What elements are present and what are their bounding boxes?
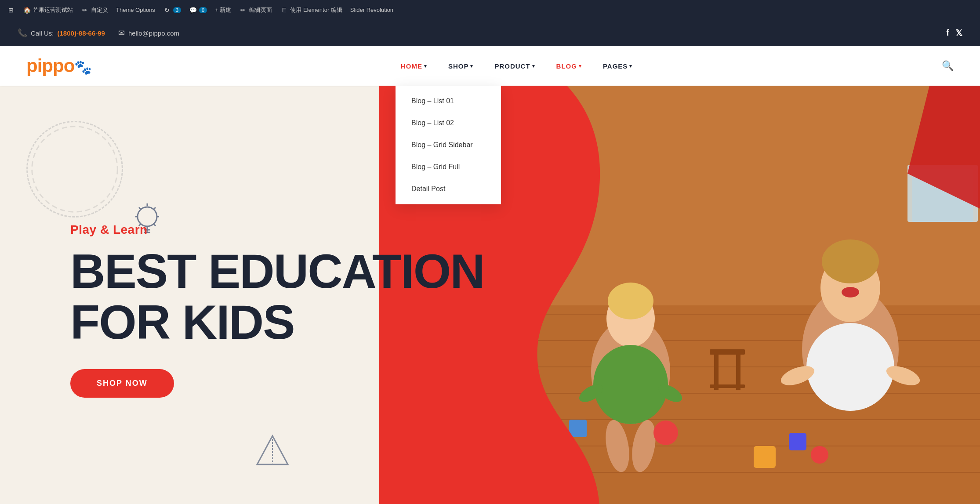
theme-options-item[interactable]: Theme Options (116, 7, 155, 13)
svg-point-36 (806, 323, 894, 411)
nav-link-shop[interactable]: SHOP ▾ (448, 62, 474, 70)
hero-title: BEST EDUCATION FOR KIDS (70, 246, 539, 347)
svg-rect-46 (710, 349, 745, 355)
svg-rect-40 (754, 446, 776, 468)
svg-point-31 (653, 421, 678, 445)
detail-post-link[interactable]: Detail Post (396, 178, 501, 200)
wp-logo-item[interactable]: ⊞ (7, 6, 15, 14)
nav-item-shop[interactable]: SHOP ▾ (448, 62, 474, 70)
site-icon: 🏠 (23, 6, 31, 14)
logo-po: po (53, 55, 74, 76)
home-chevron: ▾ (424, 63, 427, 69)
svg-rect-49 (710, 384, 745, 388)
blog-list-item-01[interactable]: Blog – List 01 (396, 90, 501, 112)
updates-item[interactable]: ↻ 3 (163, 6, 181, 14)
comments-icon: 💬 (189, 6, 197, 14)
customize-label: 自定义 (91, 6, 108, 14)
shop-chevron: ▾ (470, 63, 473, 69)
logo-text: pippo🐾 (26, 55, 91, 76)
svg-point-25 (608, 283, 653, 319)
updates-badge: 3 (173, 7, 181, 13)
search-icon[interactable]: 🔍 (942, 60, 954, 72)
svg-point-39 (842, 287, 859, 297)
svg-rect-41 (789, 433, 806, 450)
email-item[interactable]: ✉ hello@pippo.com (118, 28, 179, 38)
blog-grid-sidebar-item[interactable]: Blog – Grid Sidebar (396, 134, 501, 156)
blog-grid-sidebar-link[interactable]: Blog – Grid Sidebar (396, 134, 501, 156)
blog-dropdown-list: Blog – List 01 Blog – List 02 Blog – Gri… (396, 90, 501, 200)
detail-post-item[interactable]: Detail Post (396, 178, 501, 200)
customize-item[interactable]: ✏ 自定义 (81, 6, 108, 14)
nav-link-blog[interactable]: BLOG ▾ (556, 62, 582, 70)
elementor-label: 使用 Elementor 编辑 (290, 6, 342, 14)
edit-page-item[interactable]: ✏ 编辑页面 (239, 6, 272, 14)
svg-point-42 (811, 446, 828, 464)
nav-link-home[interactable]: HOME ▾ (401, 62, 427, 70)
pages-chevron: ▾ (629, 63, 632, 69)
nav-link-product[interactable]: PRODUCT ▾ (494, 62, 535, 70)
hero-title-line2: FOR KIDS (70, 295, 294, 349)
blog-grid-full-link[interactable]: Blog – Grid Full (396, 156, 501, 178)
phone-item[interactable]: 📞 Call Us: (1800)-88-66-99 (18, 28, 105, 38)
updates-icon: ↻ (163, 6, 171, 14)
blog-list-item-02[interactable]: Blog – List 02 (396, 112, 501, 134)
blog-label: BLOG (556, 62, 577, 70)
nav-item-product[interactable]: PRODUCT ▾ (494, 62, 535, 70)
slider-item[interactable]: Slider Revolution (350, 7, 393, 13)
nav-item-pages[interactable]: PAGES ▾ (603, 62, 632, 70)
elementor-icon: E (280, 6, 288, 14)
nav-item-blog[interactable]: BLOG ▾ (556, 62, 582, 70)
comments-badge: 0 (199, 7, 207, 13)
email-address: hello@pippo.com (128, 29, 179, 37)
customize-icon: ✏ (81, 6, 89, 14)
product-chevron: ▾ (532, 63, 535, 69)
logo[interactable]: pippo🐾 (26, 55, 91, 76)
new-item[interactable]: + 新建 (215, 6, 231, 14)
blog-dropdown-menu: Blog – List 01 Blog – List 02 Blog – Gri… (396, 86, 501, 204)
pages-label: PAGES (603, 62, 628, 70)
contact-bar: 📞 Call Us: (1800)-88-66-99 ✉ hello@pippo… (0, 20, 980, 46)
main-nav: pippo🐾 HOME ▾ SHOP ▾ PRODUCT ▾ (0, 46, 980, 86)
slider-label: Slider Revolution (350, 7, 393, 13)
blog-list-02-link[interactable]: Blog – List 02 (396, 112, 501, 134)
elementor-item[interactable]: E 使用 Elementor 编辑 (280, 6, 342, 14)
phone-icon: 📞 (18, 28, 27, 38)
svg-point-35 (822, 239, 879, 283)
product-label: PRODUCT (494, 62, 530, 70)
comments-item[interactable]: 💬 0 (189, 6, 207, 14)
twitter-icon[interactable]: 𝕏 (955, 28, 962, 38)
nav-links: HOME ▾ SHOP ▾ PRODUCT ▾ BLOG ▾ (401, 62, 632, 70)
phone-number[interactable]: (1800)-88-66-99 (58, 29, 105, 37)
hero-title-line1: BEST EDUCATION (70, 244, 484, 298)
logo-paw: 🐾 (74, 59, 91, 75)
blog-list-01-link[interactable]: Blog – List 01 (396, 90, 501, 112)
home-label: HOME (401, 62, 422, 70)
edit-page-label: 编辑页面 (249, 6, 272, 14)
blog-chevron: ▾ (579, 63, 582, 69)
email-icon: ✉ (118, 28, 125, 38)
shop-now-button[interactable]: SHOP NOW (70, 369, 174, 398)
contact-left: 📞 Call Us: (1800)-88-66-99 ✉ hello@pippo… (18, 28, 179, 38)
wp-icon: ⊞ (7, 6, 15, 14)
nav-item-home[interactable]: HOME ▾ (401, 62, 427, 70)
new-label: + 新建 (215, 6, 231, 14)
hero-play-learn: Play & Learn (70, 223, 539, 237)
blog-grid-full-item[interactable]: Blog – Grid Full (396, 156, 501, 178)
theme-options-label: Theme Options (116, 7, 155, 13)
site-name-label: 芒果运营测试站 (33, 6, 73, 14)
facebook-icon[interactable]: f (946, 28, 949, 38)
call-us-label: Call Us: (31, 29, 54, 37)
nav-link-pages[interactable]: PAGES ▾ (603, 62, 632, 70)
shop-label: SHOP (448, 62, 469, 70)
edit-icon: ✏ (239, 6, 247, 14)
admin-bar: ⊞ 🏠 芒果运营测试站 ✏ 自定义 Theme Options ↻ 3 💬 0 … (0, 0, 980, 20)
site-name-item[interactable]: 🏠 芒果运营测试站 (23, 6, 73, 14)
social-icons: f 𝕏 (946, 28, 962, 38)
logo-pip: pip (26, 55, 53, 76)
